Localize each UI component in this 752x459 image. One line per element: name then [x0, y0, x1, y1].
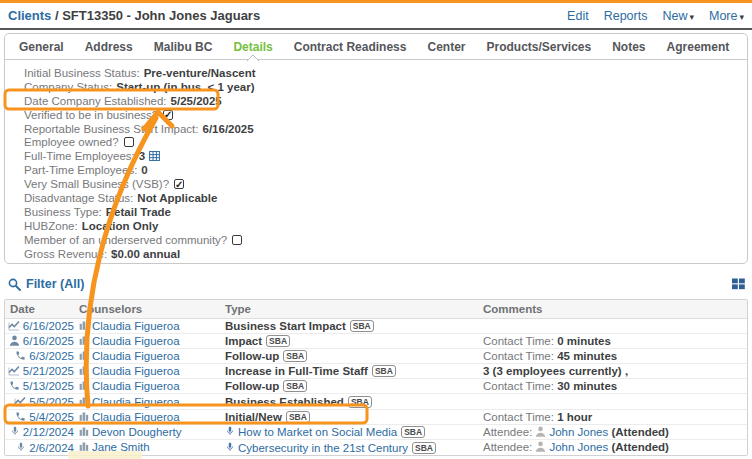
comments-cell [481, 394, 747, 409]
sba-badge: SBA [401, 426, 425, 438]
date-link[interactable]: 6/16/2025 [23, 320, 74, 332]
field-value: 0 [141, 164, 147, 176]
field-label: Very Small Business (VSB)? [24, 178, 169, 190]
counselor-link[interactable]: Claudia Figueroa [92, 380, 180, 392]
tab-address[interactable]: Address [85, 40, 133, 54]
checkbox-checked[interactable]: ✓ [163, 110, 173, 120]
date-link[interactable]: 6/3/2025 [29, 350, 74, 362]
comments-cell [481, 318, 747, 333]
counselor-link[interactable]: Claudia Figueroa [92, 320, 180, 332]
field-label: Initial Business Status: [24, 67, 140, 79]
tab-general[interactable]: General [19, 40, 64, 54]
comment-label: Contact Time: [483, 350, 557, 362]
header-actions: EditReportsNew▾More▾ [552, 9, 744, 23]
date-link[interactable]: 5/4/2025 [29, 411, 74, 423]
building-icon [79, 335, 89, 346]
tooltip-artifact [68, 451, 142, 459]
tab-contract-readiness[interactable]: Contract Readiness [294, 40, 407, 54]
comment-value: 30 minutes [557, 380, 617, 392]
building-icon [79, 396, 89, 407]
column-header-comments: Comments [481, 300, 747, 318]
date-link[interactable]: 2/6/2024 [29, 442, 74, 454]
type-cell: Initial/NewSBA [223, 409, 481, 424]
attendee-link[interactable]: John Jones [549, 441, 608, 453]
tab-center[interactable]: Center [427, 40, 465, 54]
detail-field-business-type: Business Type:Retail Trade [24, 205, 747, 219]
type-label: Follow-up [225, 380, 279, 392]
grid-view-icon[interactable] [732, 278, 745, 290]
detail-field-full-time-employees: Full-Time Employees:3 [24, 149, 747, 163]
reports-link[interactable]: Reports [604, 9, 648, 23]
field-value: 5/25/2025 [171, 95, 222, 107]
comments-cell: Contact Time: 0 minutes [481, 333, 747, 348]
checkbox-unchecked[interactable] [124, 137, 134, 147]
building-icon [79, 411, 89, 422]
counselor-link[interactable]: Devon Dougherty [92, 426, 182, 438]
type-label[interactable]: Cybersecurity in the 21st Century [238, 442, 408, 454]
checkbox-unchecked[interactable] [232, 235, 242, 245]
activity-table: DateCounselorsTypeComments 6/16/2025Clau… [5, 300, 747, 455]
type-cell: Increase in Full-Time StaffSBA [223, 364, 481, 379]
chart-line-icon [8, 365, 20, 376]
detail-field-gross-revenue: Gross Revenue:$0.00 annual [24, 247, 747, 261]
date-cell: 6/3/2025 [5, 348, 77, 363]
detail-field-employee-owned: Employee owned? [24, 135, 747, 149]
counselor-cell: Claudia Figueroa [77, 364, 223, 379]
detail-field-date-company-established: Date Company Established:5/25/2025 [24, 94, 747, 108]
date-link[interactable]: 2/12/2024 [23, 426, 74, 438]
comment-value: 3 (3 employees currently) , [483, 365, 628, 377]
counselor-link[interactable]: Claudia Figueroa [92, 350, 180, 362]
type-cell: Cybersecurity in the 21st CenturySBA [223, 440, 481, 455]
edit-label: Edit [567, 9, 589, 23]
filter-link[interactable]: Filter (All) [8, 277, 84, 291]
counselor-link[interactable]: Claudia Figueroa [92, 396, 180, 408]
caret-down-icon: ▾ [689, 12, 694, 22]
more-link[interactable]: More▾ [709, 9, 744, 23]
mic-icon [16, 441, 26, 453]
tab-notes[interactable]: Notes [612, 40, 645, 54]
person-icon [535, 441, 546, 452]
details-fields: Initial Business Status:Pre-venture/Nasc… [5, 60, 747, 260]
tab-products-services[interactable]: Products/Services [486, 40, 591, 54]
date-link[interactable]: 5/13/2025 [23, 380, 74, 392]
sba-badge: SBA [266, 335, 290, 347]
table-header-row: DateCounselorsTypeComments [5, 300, 747, 318]
tab-agreement[interactable]: Agreement [667, 40, 730, 54]
date-link[interactable]: 5/5/2025 [29, 396, 74, 408]
activity-table-wrap: DateCounselorsTypeComments 6/16/2025Clau… [4, 299, 748, 456]
breadcrumb-clients-link[interactable]: Clients [8, 8, 51, 23]
date-link[interactable]: 5/21/2025 [23, 365, 74, 377]
edit-link[interactable]: Edit [567, 9, 589, 23]
date-link[interactable]: 6/16/2025 [23, 335, 74, 347]
table-row: 5/13/2025Claudia FigueroaFollow-upSBACon… [5, 379, 747, 394]
type-label: Increase in Full-Time Staff [225, 365, 368, 377]
detail-field-part-time-employees: Part-Time Employees:0 [24, 163, 747, 177]
field-label: Member of an underserved community? [24, 234, 227, 246]
tab-malibu-bc[interactable]: Malibu BC [154, 40, 213, 54]
building-icon [79, 426, 89, 437]
attendee-status: (Attended) [608, 441, 669, 453]
attendee-link[interactable]: John Jones [549, 426, 608, 438]
column-header-type: Type [223, 300, 481, 318]
checkbox-checked[interactable]: ✓ [174, 179, 184, 189]
detail-field-verified-to-be-in-business: Verified to be in business?✓ [24, 108, 747, 122]
comment-label: Attendee: [483, 426, 535, 438]
detail-field-member-of-an-underserved-community: Member of an underserved community? [24, 233, 747, 247]
field-label: Date Company Established: [24, 95, 167, 107]
counselor-cell: Claudia Figueroa [77, 318, 223, 333]
type-label[interactable]: How to Market on Social Media [238, 426, 397, 438]
counselor-link[interactable]: Claudia Figueroa [92, 335, 180, 347]
details-panel: GeneralAddressMalibu BCDetailsContract R… [4, 33, 748, 264]
type-cell: Business Start ImpactSBA [223, 318, 481, 333]
table-row: 6/16/2025Claudia FigueroaImpactSBAContac… [5, 333, 747, 348]
counselor-cell: Devon Dougherty [77, 424, 223, 439]
new-link[interactable]: New▾ [662, 9, 694, 23]
field-label: Disadvantage Status: [24, 192, 133, 204]
date-cell: 2/12/2024 [5, 424, 77, 439]
more-label: More [709, 9, 737, 23]
counselor-link[interactable]: Claudia Figueroa [92, 411, 180, 423]
field-value: Pre-venture/Nascent [144, 67, 256, 79]
comment-label: Contact Time: [483, 411, 557, 423]
date-cell: 6/16/2025 [5, 318, 77, 333]
counselor-link[interactable]: Claudia Figueroa [92, 365, 180, 377]
